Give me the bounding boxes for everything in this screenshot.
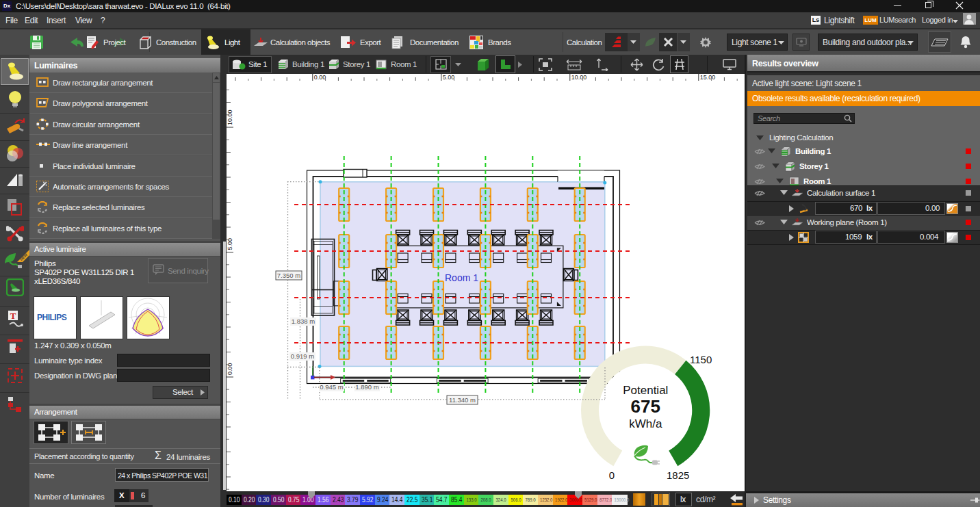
svg-text:1.838 m: 1.838 m xyxy=(292,317,315,325)
svg-text:Potential: Potential xyxy=(623,384,668,397)
svg-text:11.340 m: 11.340 m xyxy=(449,396,476,404)
svg-text:1.890 m: 1.890 m xyxy=(355,383,378,391)
svg-text:Room 1: Room 1 xyxy=(445,272,478,283)
svg-text:T: T xyxy=(10,311,16,321)
svg-text:kWh/a: kWh/a xyxy=(629,417,662,430)
svg-text:675: 675 xyxy=(631,396,660,417)
svg-text:10.00: 10.00 xyxy=(571,74,587,81)
svg-text:0: 0 xyxy=(609,469,615,481)
svg-text:5.00: 5.00 xyxy=(443,74,455,81)
svg-text:0.945 m: 0.945 m xyxy=(320,383,343,391)
svg-text:1825: 1825 xyxy=(667,469,689,481)
svg-text:1150: 1150 xyxy=(690,354,712,365)
svg-text:15.00: 15.00 xyxy=(700,74,716,81)
svg-text:0.00: 0.00 xyxy=(314,74,326,81)
svg-text:0.919 m: 0.919 m xyxy=(291,352,314,360)
svg-text:7.350 m: 7.350 m xyxy=(277,272,300,279)
svg-text:10.00: 10.00 xyxy=(227,109,233,125)
